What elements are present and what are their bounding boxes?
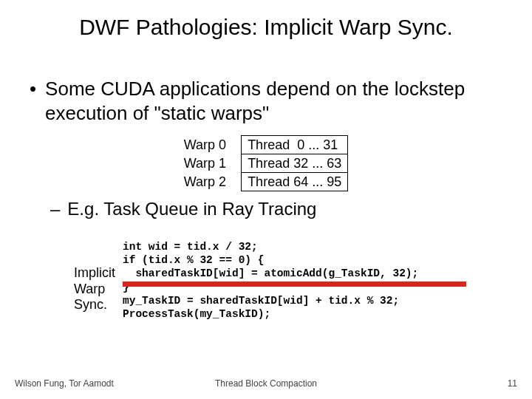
code-line: ProcessTask(my_TaskID); [123, 308, 270, 320]
sub-bullet-marker: – [50, 199, 60, 219]
sync-label-line: Warp [74, 282, 123, 298]
sync-label-line: Sync. [74, 297, 123, 313]
main-bullet-text: Some CUDA applications depend on the loc… [45, 77, 502, 125]
footer-title: Thread Block Compaction [15, 378, 517, 389]
thread-row: Thread 0 ... 31 [242, 136, 347, 154]
thread-row: Thread 64 ... 95 [242, 173, 347, 191]
code-line: int wid = tid.x / 32; [123, 241, 258, 253]
slide-title: DWF Pathologies: Implicit Warp Sync. [30, 15, 502, 40]
sync-label: Implicit Warp Sync. [74, 265, 123, 347]
code-line: sharedTaskID[wid] = atomicAdd(g_TaskID, … [123, 267, 418, 279]
warp-label: Warp 0 [184, 136, 226, 154]
main-bullet: • Some CUDA applications depend on the l… [30, 77, 502, 125]
bullet-marker: • [30, 77, 36, 125]
code-area: Implicit Warp Sync. int wid = tid.x / 32… [74, 227, 502, 347]
warp-label: Warp 1 [184, 154, 226, 172]
slide: DWF Pathologies: Implicit Warp Sync. • S… [0, 0, 532, 399]
warp-labels: Warp 0 Warp 1 Warp 2 [184, 135, 226, 191]
footer: Wilson Fung, Tor Aamodt Thread Block Com… [15, 378, 517, 389]
sub-bullet-text: E.g. Task Queue in Ray Tracing [67, 199, 316, 219]
code-line: my_TaskID = sharedTaskID[wid] + tid.x % … [123, 295, 399, 307]
barrier-highlight-bar [123, 282, 466, 287]
warp-label: Warp 2 [184, 173, 226, 191]
code-block: int wid = tid.x / 32; if (tid.x % 32 == … [123, 227, 418, 347]
thread-row: Thread 32 ... 63 [242, 154, 347, 173]
warp-thread-table: Warp 0 Warp 1 Warp 2 Thread 0 ... 31 Thr… [30, 135, 502, 191]
code-line: if (tid.x % 32 == 0) { [123, 254, 264, 266]
sync-label-line: Implicit [74, 265, 123, 282]
sub-bullet: – E.g. Task Queue in Ray Tracing [50, 199, 502, 219]
thread-box: Thread 0 ... 31 Thread 32 ... 63 Thread … [241, 135, 348, 191]
